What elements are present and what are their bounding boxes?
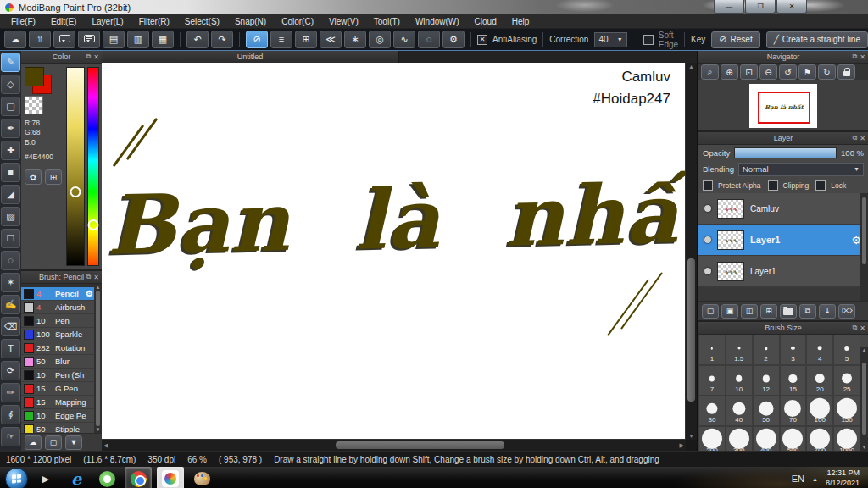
create-straight-line-button[interactable]: ╱ Create a straight line (766, 31, 868, 48)
brush-size-option-3[interactable]: 3 (780, 335, 807, 365)
dot-pen-tool-button[interactable]: ✒ (1, 119, 20, 138)
kmplayer-icon[interactable]: ▶ (33, 468, 58, 488)
add-8bit-layer-button[interactable]: ▣ (721, 304, 738, 319)
layer-row-layer1[interactable]: ∿∿∿Layer1⚙ (698, 225, 868, 256)
document-button[interactable]: ▤ (103, 30, 125, 48)
move-tool-button[interactable]: ✚ (1, 141, 20, 160)
snap-off-button[interactable]: ⊘ (246, 30, 268, 48)
undo-button[interactable]: ↶ (186, 30, 209, 48)
text-tool-button[interactable]: T (1, 339, 20, 358)
brush-item-pen-sh[interactable]: 10Pen (Sh (21, 369, 102, 382)
vertical-scrollbar[interactable]: ▲ ▼ (685, 63, 697, 440)
rotate-reset-button[interactable]: ⚑ (798, 64, 816, 80)
foreground-color-swatch[interactable] (25, 67, 44, 86)
divide-tool-button[interactable]: ✏ (1, 383, 20, 402)
snap-curve-button[interactable]: ∿ (393, 30, 415, 48)
minimize-button[interactable]: — (714, 0, 744, 14)
folder-button[interactable] (780, 304, 797, 319)
brush-settings-icon[interactable]: ⚙ (86, 289, 93, 298)
antialiasing-checkbox[interactable]: ✕ (477, 35, 487, 45)
hand-tool-button[interactable]: ☞ (1, 427, 20, 446)
menu-item-window[interactable]: Window(W) (408, 17, 467, 26)
taskbar-clock[interactable]: 12:31 PM 8/12/2021 (826, 469, 863, 488)
hue-marker[interactable] (88, 219, 99, 230)
horizontal-scroll-thumb[interactable] (336, 441, 505, 449)
lasso-tool-button[interactable]: ◌ (1, 251, 20, 270)
brush-size-option-5[interactable]: 5 (833, 335, 860, 365)
close-icon[interactable]: ✕ (860, 324, 865, 332)
layer-row-layer1[interactable]: ∿∿∿Layer1 (698, 256, 868, 287)
navigator-thumbnail[interactable]: Bạn là nhất (749, 84, 817, 128)
rotate-ccw-button[interactable]: ↺ (779, 64, 797, 80)
brush-item-mapping[interactable]: 15Mapping (21, 396, 102, 409)
menu-item-file[interactable]: File(F) (3, 17, 43, 26)
brush-size-option-50[interactable]: 50 (753, 396, 780, 426)
publish-button[interactable]: ⇧ (29, 30, 51, 48)
shape-brush-tool-button[interactable]: ▢ (1, 97, 20, 116)
bucket-tool-button[interactable]: ◢ (1, 185, 20, 204)
scroll-down-icon[interactable]: ▼ (688, 433, 694, 439)
lock-button[interactable] (837, 64, 855, 80)
brush-size-option-10[interactable]: 10 (726, 365, 753, 396)
select-pen-tool-button[interactable]: ✍ (1, 295, 20, 314)
blending-dropdown[interactable]: Normal ▼ (738, 163, 864, 176)
lock-checkbox[interactable] (815, 180, 826, 191)
brush-size-option-15[interactable]: 15 (780, 365, 807, 396)
brush-size-option-700[interactable]: 700 (806, 426, 833, 451)
menu-item-view[interactable]: View(V) (321, 17, 366, 26)
opacity-slider[interactable] (734, 147, 837, 158)
snap-radial-button[interactable]: ∗ (344, 30, 366, 48)
gradient-tool-button[interactable]: ▨ (1, 207, 20, 226)
coccoc-icon[interactable] (94, 468, 120, 488)
menu-item-snap[interactable]: Snap(N) (227, 17, 274, 26)
document-tab[interactable]: Untitled (102, 51, 399, 63)
brush-size-option-20[interactable]: 20 (806, 365, 833, 396)
brush-size-option-300[interactable]: 300 (726, 426, 753, 451)
close-icon[interactable]: ✕ (860, 135, 865, 142)
popout-icon[interactable]: ⧉ (853, 324, 858, 332)
brush-item-airbrush[interactable]: 4Airbrush (21, 301, 102, 314)
protect-alpha-checkbox[interactable] (703, 180, 713, 191)
brush-tool-button[interactable]: ✎ (1, 53, 20, 72)
panel-button[interactable]: ▥ (127, 30, 149, 48)
brush-item-blur[interactable]: 50Blur (21, 355, 102, 369)
brush-item-pencil[interactable]: 4Pencil⚙ (21, 287, 102, 301)
brush-list-scrollbar[interactable]: ▲▼ (94, 284, 102, 433)
layer-visibility-dot[interactable] (704, 205, 711, 212)
snap-ellipse-button[interactable]: ◌ (418, 30, 440, 48)
eraser-tool-button[interactable]: ◇ (1, 75, 20, 94)
paint-palette-icon[interactable] (189, 468, 214, 488)
select-eraser-tool-button[interactable]: ⌫ (1, 317, 20, 336)
brush-size-option-2[interactable]: 2 (753, 335, 780, 365)
navigator-viewport[interactable]: Bạn là nhất (758, 92, 810, 124)
brush-size-option-4[interactable]: 4 (806, 335, 833, 365)
zoom-out-button[interactable]: ⊖ (760, 64, 777, 80)
value-marker[interactable] (70, 186, 81, 197)
snap-settings-button[interactable]: ⚙ (442, 30, 465, 48)
snap-vanishing-button[interactable]: ≪ (320, 30, 342, 48)
brush-size-option-100[interactable]: 100 (806, 396, 833, 426)
brush-size-option-40[interactable]: 40 (726, 396, 753, 426)
menu-item-edit[interactable]: Edit(E) (43, 17, 85, 26)
brush-item-sparkle[interactable]: 100Sparkle (21, 328, 102, 341)
fill-shape-tool-button[interactable]: ■ (1, 163, 20, 182)
add-brush-button[interactable]: ▢ (45, 435, 62, 450)
brush-item-g-pen[interactable]: 15G Pen (21, 382, 102, 396)
redo-button[interactable]: ↷ (211, 30, 233, 48)
close-icon[interactable]: ✕ (93, 274, 99, 281)
transparent-color-swatch[interactable] (25, 96, 43, 114)
brush-size-option-150[interactable]: 150 (833, 396, 860, 426)
popout-icon[interactable]: ⧉ (86, 53, 92, 61)
layer-row-camluv[interactable]: ∿∿∿Camluv (698, 193, 868, 225)
brush-size-option-7[interactable]: 7 (698, 365, 726, 396)
menu-item-layer[interactable]: Layer(L) (84, 17, 131, 26)
zoom-fit-button[interactable]: ⊡ (740, 64, 758, 80)
brush-size-option-25[interactable]: 25 (833, 365, 860, 396)
correction-dropdown[interactable]: 40 ▼ (594, 32, 626, 47)
brush-size-option-1000[interactable]: 1000 (833, 426, 860, 451)
grid-panel-button[interactable]: ▦ (152, 30, 174, 48)
magic-wand-tool-button[interactable]: ✶ (1, 273, 20, 292)
brush-item-edge-pe[interactable]: 10Edge Pe (21, 409, 102, 423)
color-swatches[interactable] (25, 67, 52, 92)
close-button[interactable]: ✕ (776, 0, 807, 14)
